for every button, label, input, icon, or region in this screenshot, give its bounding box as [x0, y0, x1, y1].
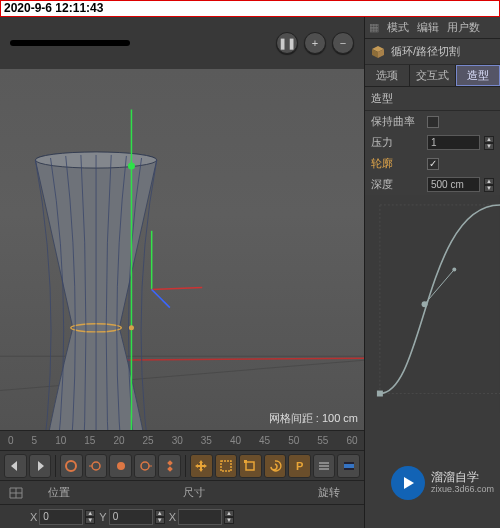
- key-button[interactable]: [109, 454, 132, 478]
- key-all-button[interactable]: [158, 454, 181, 478]
- size-label: 尺寸: [183, 485, 205, 500]
- key-prev-button[interactable]: [85, 454, 108, 478]
- coord-x-group: X ▲▼: [30, 509, 95, 525]
- pivot-tool-button[interactable]: P: [288, 454, 311, 478]
- pressure-label: 压力: [371, 135, 423, 150]
- timeline-tick: 50: [288, 435, 299, 446]
- record-button[interactable]: [60, 454, 83, 478]
- zoom-in-button[interactable]: +: [304, 32, 326, 54]
- timeline-tick: 35: [201, 435, 212, 446]
- subtab-options[interactable]: 选项: [365, 65, 410, 86]
- timeline-tick: 5: [32, 435, 38, 446]
- tab-edit[interactable]: 编辑: [417, 20, 439, 35]
- watermark-brand: 溜溜自学: [431, 471, 494, 484]
- scale-tool-button[interactable]: [239, 454, 262, 478]
- svg-rect-20: [244, 460, 247, 463]
- prop-pressure-row: 压力 ▲▼: [365, 132, 500, 153]
- depth-field[interactable]: [427, 177, 480, 192]
- svg-rect-38: [377, 391, 383, 397]
- rotation-label: 旋转: [318, 485, 340, 500]
- timeline-tick: 25: [143, 435, 154, 446]
- divider: [185, 455, 186, 477]
- timeline-tick: 30: [172, 435, 183, 446]
- tool-heading-text: 循环/路径切割: [391, 44, 460, 59]
- watermark: 溜溜自学 zixue.3d66.com: [391, 466, 494, 500]
- timeline-tick: 55: [317, 435, 328, 446]
- timeline[interactable]: 0 5 10 15 20 25 30 35 40 45 50 55 60 65 …: [0, 430, 364, 450]
- move-tool-button[interactable]: [190, 454, 213, 478]
- svg-point-15: [141, 462, 149, 470]
- svg-rect-27: [344, 468, 354, 470]
- timeline-tick: 10: [55, 435, 66, 446]
- grid-icon: ▦: [369, 21, 379, 34]
- x-field[interactable]: [39, 509, 83, 525]
- spiral-tool-button[interactable]: [264, 454, 287, 478]
- list-tool-button[interactable]: [313, 454, 336, 478]
- svg-rect-19: [246, 462, 254, 470]
- prop-preserve-row: 保持曲率: [365, 111, 500, 132]
- y-spinner[interactable]: ▲▼: [155, 510, 165, 524]
- pause-button[interactable]: ❚❚: [276, 32, 298, 54]
- timeline-tick: 0: [8, 435, 14, 446]
- tab-userdata[interactable]: 用户数: [447, 20, 480, 35]
- svg-line-4: [152, 287, 203, 289]
- viewport-3d[interactable]: 网格间距 : 100 cm: [0, 69, 364, 430]
- y-field[interactable]: [109, 509, 153, 525]
- depth-label: 深度: [371, 177, 423, 192]
- svg-rect-18: [221, 461, 231, 471]
- select-tool-button[interactable]: [215, 454, 238, 478]
- timeline-tick: 40: [230, 435, 241, 446]
- coords-header-row: 位置 尺寸 旋转: [0, 480, 364, 504]
- timeline-tick: 60: [346, 435, 357, 446]
- x-spinner[interactable]: ▲▼: [85, 510, 95, 524]
- grid-icon: [6, 485, 26, 501]
- x2-spinner[interactable]: ▲▼: [224, 510, 234, 524]
- svg-rect-26: [344, 462, 354, 464]
- viewport-slider[interactable]: [10, 40, 130, 46]
- svg-point-12: [66, 461, 76, 471]
- watermark-url: zixue.3d66.com: [431, 485, 494, 495]
- x-label: X: [30, 511, 37, 523]
- next-frame-button[interactable]: [29, 454, 52, 478]
- svg-line-2: [96, 358, 364, 360]
- contour-label: 轮廓: [371, 156, 423, 171]
- preserve-checkbox[interactable]: [427, 116, 439, 128]
- film-tool-button[interactable]: [337, 454, 360, 478]
- attribute-panel: ▦ 模式 编辑 用户数 循环/路径切割 选项 交互式 造型 造型 保持曲率 压力…: [364, 17, 500, 528]
- subtab-interactive[interactable]: 交互式: [410, 65, 455, 86]
- coord-y-group: Y ▲▼: [99, 509, 164, 525]
- timeline-tick: 15: [84, 435, 95, 446]
- svg-line-5: [152, 289, 170, 307]
- spacer: [6, 509, 26, 525]
- tab-mode[interactable]: 模式: [387, 20, 409, 35]
- viewport-column: ❚❚ + −: [0, 17, 364, 528]
- svg-point-14: [117, 462, 125, 470]
- svg-point-11: [129, 325, 134, 330]
- zoom-out-button[interactable]: −: [332, 32, 354, 54]
- y-label: Y: [99, 511, 106, 523]
- tool-heading: 循环/路径切割: [365, 39, 500, 65]
- key-next-button[interactable]: [134, 454, 157, 478]
- panel-topbar: ▦ 模式 编辑 用户数: [365, 17, 500, 39]
- timestamp-bar: 2020-9-6 12:11:43: [0, 0, 500, 17]
- section-title: 造型: [365, 87, 500, 111]
- x2-field[interactable]: [178, 509, 222, 525]
- pressure-spinner[interactable]: ▲▼: [484, 136, 494, 150]
- tool-row: P: [0, 450, 364, 480]
- sub-tabs: 选项 交互式 造型: [365, 65, 500, 87]
- svg-point-13: [92, 462, 100, 470]
- prev-frame-button[interactable]: [4, 454, 27, 478]
- depth-spinner[interactable]: ▲▼: [484, 178, 494, 192]
- contour-checkbox[interactable]: [427, 158, 439, 170]
- timeline-tick: 45: [259, 435, 270, 446]
- play-icon: [391, 466, 425, 500]
- svg-line-0: [0, 360, 364, 390]
- subtab-shape[interactable]: 造型: [456, 65, 500, 86]
- pressure-field[interactable]: [427, 135, 480, 150]
- svg-rect-34: [365, 195, 500, 413]
- cube-icon: [371, 45, 385, 59]
- svg-point-41: [452, 267, 456, 271]
- timestamp-text: 2020-9-6 12:11:43: [4, 1, 103, 15]
- prop-depth-row: 深度 ▲▼: [365, 174, 500, 195]
- preserve-label: 保持曲率: [371, 114, 423, 129]
